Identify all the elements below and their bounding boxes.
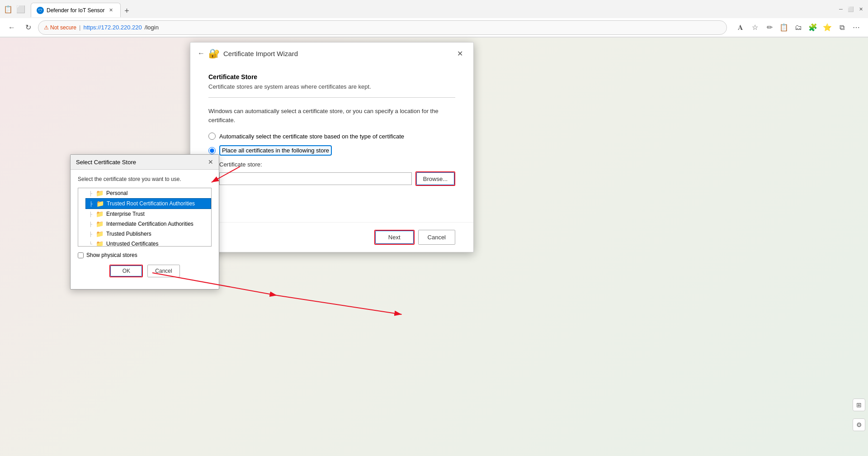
browser-chrome: 📋 ⬜ 🛡 Defender for IoT Sensor ✕ + ─ ⬜ ✕ … — [0, 0, 868, 38]
radio-auto-option[interactable]: Automatically select the certificate sto… — [208, 133, 455, 140]
cert-dialog-header: Select Certificate Store ✕ — [71, 155, 219, 170]
description-text: Windows can automatically select a certi… — [208, 107, 455, 124]
folder-icon-personal: 📁 — [96, 190, 104, 197]
tab-close-button[interactable]: ✕ — [108, 7, 115, 14]
ok-button-wrapper: OK — [109, 265, 143, 277]
cert-store-subtitle: Certificate stores are system areas wher… — [208, 83, 455, 90]
cert-store-list[interactable]: ├ 📁 Personal ├ 📁 Trusted Root Certificat… — [78, 188, 212, 247]
ebook-icon[interactable]: 🗂 — [792, 21, 805, 34]
dialog-back-button[interactable]: ← — [198, 49, 205, 57]
folder-icon-publishers: 📁 — [96, 230, 104, 238]
radio-manual-option[interactable]: Place all certificates in the following … — [208, 145, 455, 156]
tab-title: Defender for IoT Sensor — [47, 7, 105, 14]
wizard-cancel-button[interactable]: Cancel — [418, 230, 455, 245]
more-icon[interactable]: ⋯ — [850, 21, 863, 34]
right-add-icon[interactable]: ⊞ — [853, 399, 865, 411]
cert-dialog-body: Select the certificate store you want to… — [71, 170, 219, 289]
split-icon[interactable]: ⧉ — [835, 21, 848, 34]
show-physical-label: Show physical stores — [86, 252, 137, 258]
radio-auto-label: Automatically select the certificate sto… — [219, 133, 404, 140]
url-separator: | — [79, 24, 80, 31]
radio-manual-label: Place all certificates in the following … — [219, 145, 332, 156]
browse-button-wrapper: Browse... — [415, 171, 455, 186]
cert-dialog-description: Select the certificate store you want to… — [78, 176, 212, 182]
store-item-trusted-root[interactable]: ├ 📁 Trusted Root Certification Authoriti… — [85, 198, 211, 209]
warning-triangle-icon: ⚠ — [44, 24, 49, 31]
store-item-label-enterprise: Enterprise Trust — [106, 211, 145, 217]
store-item-untrusted[interactable]: └ 📁 Untrusted Certificates — [85, 239, 211, 247]
security-warning: ⚠ Not secure — [44, 24, 76, 31]
read-aloud-icon[interactable]: 𝐀 — [734, 21, 747, 34]
window-controls: 📋 ⬜ — [4, 5, 25, 14]
wizard-icon: 🔐 — [208, 48, 220, 59]
browse-button[interactable]: Browse... — [416, 172, 454, 185]
folder-icon-intermediate: 📁 — [96, 220, 104, 228]
url-https: https://172.20.220.220 — [83, 24, 142, 31]
next-button[interactable]: Next — [375, 231, 414, 244]
refresh-button[interactable]: ↻ — [22, 21, 34, 34]
show-physical-checkbox[interactable] — [78, 252, 84, 258]
cert-dialog-footer: OK Cancel — [78, 265, 212, 283]
cert-store-input[interactable] — [219, 172, 412, 185]
layout-icon: ⬜ — [16, 5, 25, 14]
store-item-intermediate[interactable]: ├ 📁 Intermediate Certification Authoriti… — [85, 219, 211, 229]
show-physical-row[interactable]: Show physical stores — [78, 252, 212, 258]
store-item-label-untrusted: Untrusted Certificates — [106, 241, 158, 247]
store-item-label-intermediate: Intermediate Certification Authorities — [106, 221, 193, 227]
store-item-label-trusted-root: Trusted Root Certification Authorities — [107, 200, 195, 207]
radio-auto[interactable] — [208, 133, 216, 140]
wizard-close-button[interactable]: ✕ — [453, 47, 466, 60]
title-bar: 📋 ⬜ 🛡 Defender for IoT Sensor ✕ + ─ ⬜ ✕ — [0, 0, 868, 18]
radio-manual[interactable] — [208, 147, 216, 154]
toolbar-icons: 𝐀 ☆ ✏ 📋 🗂 🧩 ⭐ ⧉ ⋯ — [734, 21, 863, 34]
extensions-icon[interactable]: 🧩 — [807, 21, 819, 34]
ok-button[interactable]: OK — [110, 266, 142, 276]
dialog-body: Certificate Store Certificate stores are… — [190, 64, 473, 195]
favorites-icon[interactable]: ☆ — [749, 21, 761, 34]
edit-icon[interactable]: ✏ — [763, 21, 776, 34]
section-divider — [208, 97, 455, 98]
store-item-label-personal: Personal — [106, 190, 127, 196]
tab-bar: 🛡 Defender for IoT Sensor ✕ + — [31, 1, 834, 17]
back-button[interactable]: ← — [5, 21, 18, 34]
cert-store-field-label: Certificate store: — [219, 161, 455, 168]
collections-icon[interactable]: 📋 — [778, 21, 790, 34]
new-tab-button[interactable]: + — [121, 5, 133, 17]
maximize-button[interactable]: ⬜ — [847, 5, 854, 13]
cert-store-title: Certificate Store — [208, 73, 455, 81]
minimize-button[interactable]: ─ — [837, 5, 844, 13]
folder-icon-untrusted: 📁 — [96, 240, 104, 247]
address-bar: ← ↻ ⚠ Not secure | https://172.20.220.22… — [0, 18, 868, 37]
wizard-dialog: ← 🔐 Certificate Import Wizard ✕ Certific… — [190, 42, 474, 252]
dialog-title-row: ← 🔐 Certificate Import Wizard — [198, 48, 298, 59]
store-item-personal[interactable]: ├ 📁 Personal — [85, 188, 211, 198]
cert-dialog-title: Select Certificate Store — [76, 159, 136, 166]
cert-dialog-close-button[interactable]: ✕ — [208, 158, 213, 166]
page-icon: 📋 — [4, 5, 13, 14]
cert-store-row: Browse... — [219, 171, 455, 186]
dialog-footer: Next Cancel — [190, 222, 473, 252]
folder-icon-trusted-root: 📁 — [96, 200, 104, 207]
cert-store-dialog: Select Certificate Store ✕ Select the ce… — [70, 154, 219, 290]
store-item-label-publishers: Trusted Publishers — [106, 231, 151, 237]
store-item-publishers[interactable]: ├ 📁 Trusted Publishers — [85, 229, 211, 239]
close-button[interactable]: ✕ — [857, 5, 864, 13]
dialog-title: Certificate Import Wizard — [223, 50, 298, 57]
content-area: ← 🔐 Certificate Import Wizard ✕ Certific… — [0, 38, 868, 440]
active-tab[interactable]: 🛡 Defender for IoT Sensor ✕ — [31, 3, 121, 17]
folder-icon-enterprise: 📁 — [96, 210, 104, 218]
favorites-star-icon[interactable]: ⭐ — [821, 21, 834, 34]
next-button-wrapper: Next — [374, 230, 415, 245]
dialog-header: ← 🔐 Certificate Import Wizard ✕ — [190, 43, 473, 64]
url-box[interactable]: ⚠ Not secure | https://172.20.220.220 /l… — [38, 20, 727, 35]
cert-dialog-cancel-button[interactable]: Cancel — [147, 265, 179, 277]
url-path: /login — [145, 24, 159, 31]
right-panel: ⊞ ⚙ — [850, 38, 868, 440]
svg-line-3 — [277, 295, 402, 314]
tab-favicon: 🛡 — [37, 7, 44, 14]
store-item-enterprise[interactable]: ├ 📁 Enterprise Trust — [85, 209, 211, 219]
right-settings-icon[interactable]: ⚙ — [853, 418, 865, 431]
